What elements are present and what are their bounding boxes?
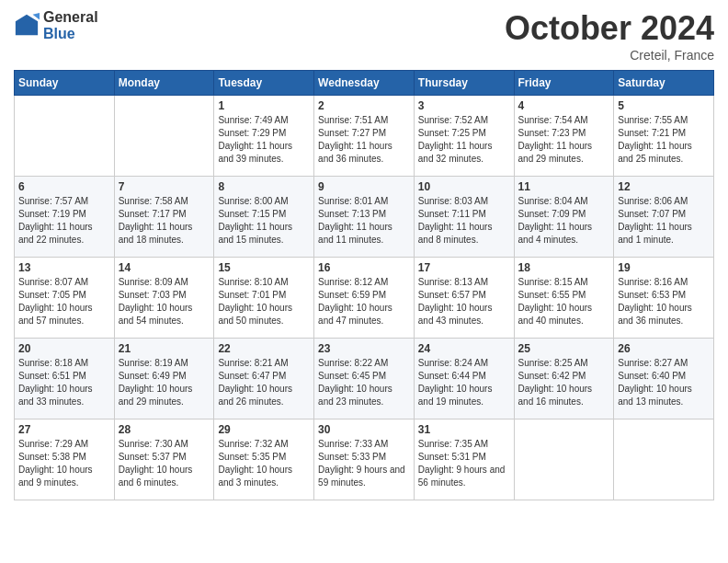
day-cell: 30Sunrise: 7:33 AM Sunset: 5:33 PM Dayli… xyxy=(314,419,415,500)
day-number: 1 xyxy=(218,99,310,112)
day-number: 4 xyxy=(518,99,610,112)
week-row-3: 13Sunrise: 8:07 AM Sunset: 7:05 PM Dayli… xyxy=(15,258,714,339)
col-saturday: Saturday xyxy=(614,71,714,96)
day-number: 12 xyxy=(618,180,710,193)
week-row-5: 27Sunrise: 7:29 AM Sunset: 5:38 PM Dayli… xyxy=(15,419,714,500)
day-info: Sunrise: 7:55 AM Sunset: 7:21 PM Dayligh… xyxy=(618,114,710,166)
day-cell: 2Sunrise: 7:51 AM Sunset: 7:27 PM Daylig… xyxy=(314,96,415,177)
week-row-1: 1Sunrise: 7:49 AM Sunset: 7:29 PM Daylig… xyxy=(15,96,714,177)
month-title: October 2024 xyxy=(505,9,714,48)
day-info: Sunrise: 7:29 AM Sunset: 5:38 PM Dayligh… xyxy=(18,438,110,489)
day-info: Sunrise: 7:30 AM Sunset: 5:37 PM Dayligh… xyxy=(119,438,210,489)
day-cell: 4Sunrise: 7:54 AM Sunset: 7:23 PM Daylig… xyxy=(514,96,614,177)
day-cell: 20Sunrise: 8:18 AM Sunset: 6:51 PM Dayli… xyxy=(15,339,115,419)
day-info: Sunrise: 8:18 AM Sunset: 6:51 PM Dayligh… xyxy=(18,357,110,408)
day-cell: 6Sunrise: 7:57 AM Sunset: 7:19 PM Daylig… xyxy=(15,177,115,258)
day-info: Sunrise: 8:19 AM Sunset: 6:49 PM Dayligh… xyxy=(119,357,210,408)
day-info: Sunrise: 8:15 AM Sunset: 6:55 PM Dayligh… xyxy=(518,276,610,327)
day-cell: 31Sunrise: 7:35 AM Sunset: 5:31 PM Dayli… xyxy=(414,419,514,500)
day-number: 13 xyxy=(18,261,110,274)
day-cell: 5Sunrise: 7:55 AM Sunset: 7:21 PM Daylig… xyxy=(614,96,714,177)
day-info: Sunrise: 8:13 AM Sunset: 6:57 PM Dayligh… xyxy=(418,276,510,327)
logo-blue: Blue xyxy=(43,26,98,42)
day-cell: 29Sunrise: 7:32 AM Sunset: 5:35 PM Dayli… xyxy=(214,419,314,500)
day-number: 23 xyxy=(318,342,410,355)
col-wednesday: Wednesday xyxy=(314,71,415,96)
day-info: Sunrise: 8:07 AM Sunset: 7:05 PM Dayligh… xyxy=(18,276,110,327)
day-info: Sunrise: 8:25 AM Sunset: 6:42 PM Dayligh… xyxy=(518,357,610,408)
day-info: Sunrise: 8:12 AM Sunset: 6:59 PM Dayligh… xyxy=(318,276,410,327)
day-cell: 26Sunrise: 8:27 AM Sunset: 6:40 PM Dayli… xyxy=(614,339,714,419)
header-row: Sunday Monday Tuesday Wednesday Thursday… xyxy=(15,71,714,96)
day-number: 10 xyxy=(418,180,510,193)
day-number: 9 xyxy=(318,180,410,193)
day-cell: 15Sunrise: 8:10 AM Sunset: 7:01 PM Dayli… xyxy=(214,258,314,339)
svg-marker-1 xyxy=(33,13,40,19)
day-cell: 12Sunrise: 8:06 AM Sunset: 7:07 PM Dayli… xyxy=(614,177,714,258)
day-cell: 11Sunrise: 8:04 AM Sunset: 7:09 PM Dayli… xyxy=(514,177,614,258)
day-number: 8 xyxy=(218,180,310,193)
title-section: October 2024 Creteil, France xyxy=(505,9,714,63)
logo-text: General Blue xyxy=(43,9,98,41)
day-cell xyxy=(15,96,115,177)
col-monday: Monday xyxy=(114,71,214,96)
logo-icon xyxy=(14,13,40,39)
day-number: 22 xyxy=(218,342,310,355)
day-cell: 3Sunrise: 7:52 AM Sunset: 7:25 PM Daylig… xyxy=(414,96,514,177)
day-number: 24 xyxy=(418,342,510,355)
day-cell: 28Sunrise: 7:30 AM Sunset: 5:37 PM Dayli… xyxy=(114,419,214,500)
day-number: 21 xyxy=(119,342,210,355)
day-number: 15 xyxy=(218,261,310,274)
day-number: 6 xyxy=(18,180,110,193)
day-cell xyxy=(614,419,714,500)
day-info: Sunrise: 8:22 AM Sunset: 6:45 PM Dayligh… xyxy=(318,357,410,408)
day-cell: 22Sunrise: 8:21 AM Sunset: 6:47 PM Dayli… xyxy=(214,339,314,419)
day-cell xyxy=(514,419,614,500)
calendar-table: Sunday Monday Tuesday Wednesday Thursday… xyxy=(14,70,714,500)
day-cell: 9Sunrise: 8:01 AM Sunset: 7:13 PM Daylig… xyxy=(314,177,415,258)
page-header: General Blue October 2024 Creteil, Franc… xyxy=(14,9,714,63)
day-number: 3 xyxy=(418,99,510,112)
day-cell: 21Sunrise: 8:19 AM Sunset: 6:49 PM Dayli… xyxy=(114,339,214,419)
day-info: Sunrise: 8:01 AM Sunset: 7:13 PM Dayligh… xyxy=(318,195,410,247)
day-info: Sunrise: 8:06 AM Sunset: 7:07 PM Dayligh… xyxy=(618,195,710,247)
day-info: Sunrise: 7:49 AM Sunset: 7:29 PM Dayligh… xyxy=(218,114,310,166)
day-number: 2 xyxy=(318,99,410,112)
day-info: Sunrise: 7:52 AM Sunset: 7:25 PM Dayligh… xyxy=(418,114,510,166)
day-info: Sunrise: 8:09 AM Sunset: 7:03 PM Dayligh… xyxy=(119,276,210,327)
day-info: Sunrise: 7:33 AM Sunset: 5:33 PM Dayligh… xyxy=(318,438,410,489)
day-number: 28 xyxy=(119,423,210,436)
day-info: Sunrise: 7:35 AM Sunset: 5:31 PM Dayligh… xyxy=(418,438,510,489)
day-info: Sunrise: 7:51 AM Sunset: 7:27 PM Dayligh… xyxy=(318,114,410,166)
col-friday: Friday xyxy=(514,71,614,96)
day-cell: 8Sunrise: 8:00 AM Sunset: 7:15 PM Daylig… xyxy=(214,177,314,258)
svg-marker-0 xyxy=(16,14,38,34)
week-row-2: 6Sunrise: 7:57 AM Sunset: 7:19 PM Daylig… xyxy=(15,177,714,258)
day-cell: 1Sunrise: 7:49 AM Sunset: 7:29 PM Daylig… xyxy=(214,96,314,177)
day-cell: 18Sunrise: 8:15 AM Sunset: 6:55 PM Dayli… xyxy=(514,258,614,339)
page-container: General Blue October 2024 Creteil, Franc… xyxy=(0,0,728,510)
day-number: 20 xyxy=(18,342,110,355)
day-number: 5 xyxy=(618,99,710,112)
day-number: 31 xyxy=(418,423,510,436)
day-number: 29 xyxy=(218,423,310,436)
day-number: 7 xyxy=(119,180,210,193)
day-number: 27 xyxy=(18,423,110,436)
col-thursday: Thursday xyxy=(414,71,514,96)
day-info: Sunrise: 8:00 AM Sunset: 7:15 PM Dayligh… xyxy=(218,195,310,247)
day-number: 26 xyxy=(618,342,710,355)
day-number: 18 xyxy=(518,261,610,274)
day-cell: 19Sunrise: 8:16 AM Sunset: 6:53 PM Dayli… xyxy=(614,258,714,339)
day-cell: 14Sunrise: 8:09 AM Sunset: 7:03 PM Dayli… xyxy=(114,258,214,339)
day-cell: 10Sunrise: 8:03 AM Sunset: 7:11 PM Dayli… xyxy=(414,177,514,258)
day-info: Sunrise: 8:24 AM Sunset: 6:44 PM Dayligh… xyxy=(418,357,510,408)
col-tuesday: Tuesday xyxy=(214,71,314,96)
day-cell: 17Sunrise: 8:13 AM Sunset: 6:57 PM Dayli… xyxy=(414,258,514,339)
day-cell: 16Sunrise: 8:12 AM Sunset: 6:59 PM Dayli… xyxy=(314,258,415,339)
logo: General Blue xyxy=(14,9,98,41)
day-info: Sunrise: 8:10 AM Sunset: 7:01 PM Dayligh… xyxy=(218,276,310,327)
day-number: 14 xyxy=(119,261,210,274)
week-row-4: 20Sunrise: 8:18 AM Sunset: 6:51 PM Dayli… xyxy=(15,339,714,419)
day-number: 17 xyxy=(418,261,510,274)
logo-general: General xyxy=(43,9,98,26)
